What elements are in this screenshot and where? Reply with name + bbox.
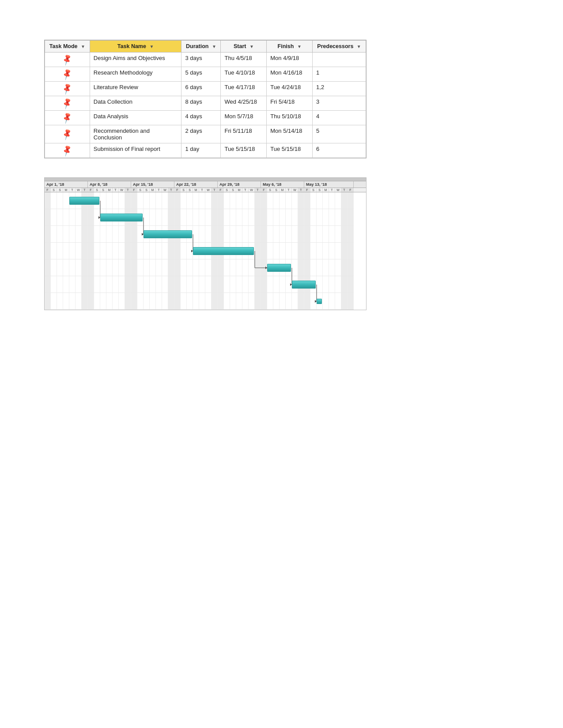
week-label: Apr 29, '18: [218, 181, 261, 188]
gantt-col-day: [187, 243, 193, 259]
gantt-col-day: [323, 293, 329, 309]
gantt-row: [45, 276, 354, 293]
duration-header[interactable]: Duration ▼: [181, 41, 221, 53]
gantt-col-day: [242, 276, 249, 293]
gantt-col-day: [125, 293, 131, 309]
gantt-col-day: [310, 293, 317, 309]
duration-cell: 2 days: [181, 125, 221, 143]
day-label: T: [255, 188, 261, 192]
gantt-col-day: [323, 209, 329, 225]
gantt-col-day: [94, 293, 100, 309]
finish-cell: Mon 4/16/18: [267, 67, 313, 82]
finish-cell: Thu 5/10/18: [267, 111, 313, 125]
day-label: W: [292, 188, 298, 192]
gantt-col-day: [348, 192, 354, 209]
gantt-col-day: [144, 209, 150, 225]
day-label: F: [261, 188, 267, 192]
gantt-col-day: [236, 259, 242, 276]
gantt-col-day: [100, 276, 106, 293]
task-name-filter-icon[interactable]: ▼: [149, 44, 154, 49]
finish-cell: Mon 5/14/18: [267, 125, 313, 143]
gantt-col-day: [45, 276, 51, 293]
day-label: F: [304, 188, 310, 192]
task-mode-filter-icon[interactable]: ▼: [81, 44, 85, 49]
finish-filter-icon[interactable]: ▼: [297, 44, 302, 49]
start-header[interactable]: Start ▼: [221, 41, 267, 53]
gantt-col-day: [230, 293, 236, 309]
gantt-col-day: [323, 276, 329, 293]
day-label: T: [82, 188, 88, 192]
day-label: S: [100, 188, 106, 192]
finish-cell: Tue 4/24/18: [267, 82, 313, 96]
predecessors-cell: [313, 53, 366, 67]
task-mode-cell: 📌: [45, 53, 90, 67]
gantt-col-day: [292, 293, 298, 309]
gantt-col-day: [168, 259, 174, 276]
gantt-col-day: [162, 259, 168, 276]
predecessors-cell: 4: [313, 111, 366, 125]
gantt-col-day: [119, 192, 125, 209]
gantt-col-day: [181, 192, 187, 209]
gantt-col-day: [69, 276, 76, 293]
gantt-col-day: [82, 209, 88, 225]
gantt-col-day: [236, 209, 242, 225]
finish-cell: Tue 5/15/18: [267, 143, 313, 158]
gantt-col-day: [125, 276, 131, 293]
gantt-col-day: [329, 259, 335, 276]
gantt-col-day: [162, 293, 168, 309]
gantt-col-day: [255, 259, 261, 276]
gantt-col-day: [335, 226, 341, 242]
gantt-col-day: [255, 293, 261, 309]
day-label: M: [106, 188, 113, 192]
predecessors-filter-icon[interactable]: ▼: [357, 44, 361, 49]
gantt-col-day: [205, 226, 212, 242]
gantt-bar: [193, 247, 254, 255]
gantt-col-day: [100, 226, 106, 242]
gantt-col-day: [69, 209, 76, 225]
gantt-col-day: [249, 259, 255, 276]
day-label: M: [150, 188, 156, 192]
gantt-col-day: [317, 276, 323, 293]
gantt-col-day: [230, 209, 236, 225]
gantt-col-day: [63, 293, 69, 309]
gantt-col-day: [100, 243, 106, 259]
task-name-header[interactable]: Task Name ▼: [90, 41, 181, 53]
gantt-col-day: [341, 243, 348, 259]
duration-filter-icon[interactable]: ▼: [212, 44, 216, 49]
gantt-col-day: [150, 259, 156, 276]
day-label: F: [131, 188, 137, 192]
gantt-bar: [292, 281, 316, 289]
gantt-col-day: [82, 226, 88, 242]
gantt-col-day: [341, 293, 348, 309]
day-label: S: [267, 188, 273, 192]
gantt-col-day: [335, 192, 341, 209]
gantt-col-day: [298, 209, 304, 225]
gantt-col-day: [317, 226, 323, 242]
gantt-col-day: [168, 243, 174, 259]
gantt-col-day: [255, 243, 261, 259]
start-filter-icon[interactable]: ▼: [249, 44, 254, 49]
day-label: W: [76, 188, 82, 192]
gantt-col-day: [230, 259, 236, 276]
gantt-col-day: [218, 276, 224, 293]
gantt-col-day: [106, 192, 113, 209]
table-row: 📌Recommendetion and Conclusion2 daysFri …: [45, 125, 366, 143]
gantt-col-day: [292, 259, 298, 276]
predecessors-header[interactable]: Predecessors ▼: [313, 41, 366, 53]
gantt-col-day: [273, 209, 280, 225]
gantt-header-days: FSSMTWTFSSMTWTFSSMTWTFSSMTWTFSSMTWTFSSMT…: [45, 188, 366, 192]
day-label: S: [181, 188, 187, 192]
gantt-col-day: [267, 276, 273, 293]
task-mode-header[interactable]: Task Mode ▼: [45, 41, 90, 53]
gantt-col-day: [218, 226, 224, 242]
day-label: S: [94, 188, 100, 192]
gantt-col-day: [106, 276, 113, 293]
duration-cell: 4 days: [181, 111, 221, 125]
task-mode-cell: 📌: [45, 96, 90, 111]
task-name-cell: Design Aims and Objectives: [90, 53, 181, 67]
gantt-col-day: [162, 276, 168, 293]
day-label: W: [335, 188, 341, 192]
gantt-col-day: [144, 259, 150, 276]
finish-header[interactable]: Finish ▼: [267, 41, 313, 53]
day-label: S: [51, 188, 57, 192]
